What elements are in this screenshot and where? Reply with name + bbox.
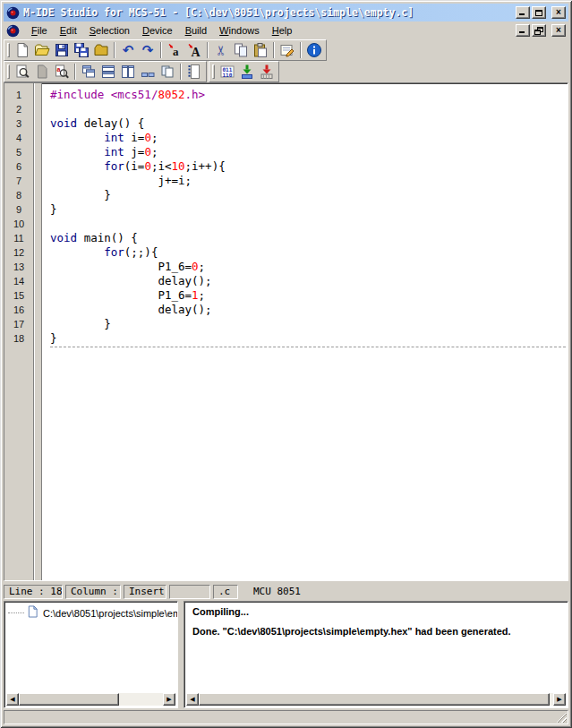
scrollbar-right-button[interactable]: ▶ bbox=[163, 693, 175, 706]
properties-icon bbox=[279, 42, 295, 58]
toolbar-button-minimize-all[interactable] bbox=[138, 62, 158, 81]
toolbar-button-compile[interactable]: 011110 bbox=[218, 62, 237, 81]
toolbar-button-new-file[interactable] bbox=[13, 40, 32, 60]
minimize-button[interactable] bbox=[516, 6, 530, 19]
menu-item-help[interactable]: Help bbox=[266, 23, 299, 38]
toolbar-grip[interactable] bbox=[212, 64, 215, 79]
scrollbar-thumb[interactable] bbox=[19, 693, 119, 706]
tree-item-file[interactable]: C:\dev\8051\projects\simple\empty.c bbox=[8, 605, 177, 621]
toolbar-grip[interactable] bbox=[7, 43, 10, 57]
arrange-icon bbox=[159, 64, 175, 80]
mdi-document-icon[interactable] bbox=[6, 24, 20, 38]
code-line: j+=i; bbox=[50, 174, 568, 188]
code-line: } bbox=[50, 331, 568, 346]
toolbar-area: ↶↷aA✂ a 011110 bbox=[4, 39, 568, 82]
code-line: for(;;){ bbox=[50, 245, 568, 260]
toolbar-button-build-hex[interactable] bbox=[237, 62, 257, 81]
code-line: void delay() { bbox=[50, 116, 568, 131]
undo-icon: ↶ bbox=[120, 42, 136, 58]
window-title: M-IDE Studio for MCS-51 - [C:\dev\8051\p… bbox=[23, 6, 516, 19]
toolbar-button-redo[interactable]: ↷ bbox=[138, 40, 158, 60]
close-folder-icon bbox=[93, 42, 109, 58]
toolbar-button-tile-vertical[interactable] bbox=[118, 62, 138, 81]
maximize-button[interactable] bbox=[532, 6, 546, 19]
project-panel: C:\dev\8051\projects\simple\empty.c ◀ ▶ bbox=[4, 601, 178, 708]
scrollbar-thumb[interactable] bbox=[199, 693, 550, 706]
uppercase-icon: A bbox=[186, 42, 202, 58]
find-doc-icon bbox=[34, 64, 50, 80]
toolbar-button-bookmarks[interactable] bbox=[184, 62, 204, 81]
scrollbar-track[interactable] bbox=[119, 693, 163, 706]
scrollbar-left-button[interactable]: ◀ bbox=[186, 693, 199, 706]
code-line: int j=0; bbox=[50, 145, 568, 159]
title-bar: M-IDE Studio for MCS-51 - [C:\dev\8051\p… bbox=[4, 4, 568, 21]
toolbar-grip[interactable] bbox=[7, 64, 10, 79]
toolbar-button-copy[interactable] bbox=[231, 40, 251, 60]
menu-item-windows[interactable]: Windows bbox=[213, 23, 266, 38]
cut-icon: ✂ bbox=[213, 42, 229, 58]
code-line: delay(); bbox=[50, 274, 568, 288]
code-area[interactable]: #include <mcs51/8052.h>void delay() { in… bbox=[42, 83, 568, 580]
line-number: 18 bbox=[4, 331, 33, 346]
status-panel-ext: .c bbox=[213, 585, 238, 599]
line-number: 14 bbox=[4, 274, 33, 288]
status-panel-column: Column : 2 bbox=[65, 585, 121, 599]
toolbar-button-undo[interactable]: ↶ bbox=[118, 40, 138, 60]
toolbar-button-close-folder[interactable] bbox=[91, 40, 111, 60]
ide-window: M-IDE Studio for MCS-51 - [C:\dev\8051\p… bbox=[0, 0, 572, 728]
code-line: void main() { bbox=[50, 231, 568, 245]
output-line: Done. "C:\dev\8051\projects\simple\empty… bbox=[192, 626, 568, 637]
new-file-icon bbox=[14, 42, 30, 58]
project-h-scrollbar: ◀ ▶ bbox=[6, 693, 175, 706]
toolbar-button-arrange[interactable] bbox=[158, 62, 177, 81]
menu-item-edit[interactable]: Edit bbox=[54, 23, 83, 38]
toolbar-button-uppercase[interactable]: A bbox=[184, 40, 204, 60]
code-line: #include <mcs51/8052.h> bbox=[50, 88, 568, 102]
menu-item-build[interactable]: Build bbox=[179, 23, 213, 38]
mdi-close-button[interactable]: × bbox=[551, 24, 566, 37]
line-number: 12 bbox=[4, 245, 33, 260]
toolbar-button-cut[interactable]: ✂ bbox=[211, 40, 231, 60]
mdi-restore-button[interactable] bbox=[532, 24, 546, 37]
close-button[interactable]: × bbox=[551, 6, 566, 19]
left-arrow-icon: ◀ bbox=[10, 697, 14, 703]
menu-item-selection[interactable]: Selection bbox=[83, 23, 136, 38]
replace-icon: a bbox=[54, 64, 70, 80]
toolbar-button-cascade[interactable] bbox=[79, 62, 98, 81]
toolbar-button-find[interactable] bbox=[13, 62, 32, 81]
code-line: delay(); bbox=[50, 303, 568, 317]
line-number: 16 bbox=[4, 303, 33, 317]
menu-item-file[interactable]: File bbox=[25, 23, 54, 38]
svg-text:110: 110 bbox=[223, 72, 233, 78]
cascade-icon bbox=[81, 64, 97, 80]
line-number: 8 bbox=[4, 188, 33, 202]
find-icon bbox=[14, 64, 30, 80]
toolbar-button-open-folder[interactable] bbox=[32, 40, 52, 60]
toolbar-button-save[interactable] bbox=[52, 40, 72, 60]
menu-item-device[interactable]: Device bbox=[136, 23, 179, 38]
scrollbar-left-button[interactable]: ◀ bbox=[6, 693, 19, 706]
mdi-minimize-button[interactable] bbox=[516, 24, 530, 37]
toolbar-button-find-doc[interactable] bbox=[32, 62, 52, 81]
code-line: for(i=0;i<10;i++){ bbox=[50, 159, 568, 174]
toolbar-button-paste[interactable] bbox=[251, 40, 270, 60]
gutter-splitter[interactable] bbox=[34, 83, 42, 580]
status-panel-mode: Insert bbox=[124, 585, 166, 599]
toolbar-button-info[interactable] bbox=[304, 40, 324, 60]
toolbar-band-search-windows: a bbox=[4, 61, 207, 82]
toolbar-button-properties[interactable] bbox=[277, 40, 297, 60]
resize-grip[interactable] bbox=[555, 711, 567, 723]
toolbar-button-replace[interactable]: a bbox=[52, 62, 72, 81]
info-icon bbox=[306, 42, 322, 58]
toolbar-button-program-chip[interactable] bbox=[257, 62, 277, 81]
toolbar-button-tile-horizontal[interactable] bbox=[98, 62, 118, 81]
toolbar-button-lowercase[interactable]: a bbox=[165, 40, 184, 60]
status-bar: Line : 18Column : 2Insert.cMCU 8051 bbox=[4, 583, 568, 600]
status-mcu-label: MCU 8051 bbox=[253, 586, 301, 597]
right-arrow-icon: ▶ bbox=[166, 697, 171, 703]
status-panel-extra bbox=[169, 585, 210, 599]
scrollbar-right-button[interactable]: ▶ bbox=[553, 693, 566, 706]
toolbar-button-save-all[interactable] bbox=[72, 40, 91, 60]
line-number: 17 bbox=[4, 317, 33, 331]
compiler-output: Compiling...Done. "C:\dev\8051\projects\… bbox=[184, 602, 568, 637]
